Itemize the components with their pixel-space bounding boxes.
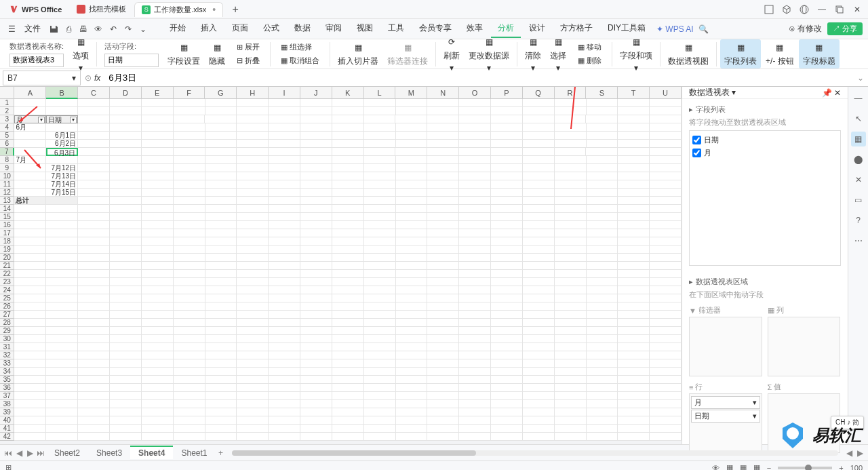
cell[interactable] — [142, 254, 174, 262]
cell[interactable] — [523, 172, 555, 180]
cell[interactable] — [174, 392, 205, 400]
cell[interactable] — [364, 425, 396, 433]
cell[interactable] — [332, 368, 364, 376]
cell[interactable] — [396, 302, 428, 311]
cell[interactable] — [332, 99, 364, 107]
cell[interactable] — [555, 189, 587, 197]
field-item[interactable]: 日期 — [692, 134, 837, 146]
horizontal-scrollbar[interactable] — [232, 450, 839, 456]
cell[interactable] — [205, 343, 237, 351]
area-header[interactable]: ▸ 数据透视表区域 — [689, 277, 841, 287]
cell[interactable] — [555, 123, 587, 132]
cell[interactable] — [174, 425, 205, 433]
cell[interactable] — [364, 294, 396, 302]
menu-tab-0[interactable]: 开始 — [163, 20, 193, 38]
cell[interactable] — [523, 343, 555, 351]
cell[interactable] — [555, 172, 587, 180]
col-header-A[interactable]: A — [14, 87, 46, 99]
cell[interactable] — [618, 205, 650, 213]
cell[interactable] — [78, 172, 110, 180]
cell[interactable] — [427, 376, 459, 384]
cell[interactable] — [46, 278, 78, 286]
scrollbar-thumb[interactable] — [232, 450, 476, 456]
cell[interactable] — [110, 270, 142, 278]
cell[interactable] — [459, 254, 491, 262]
cell[interactable] — [459, 205, 491, 213]
group-button[interactable]: ▦ 组选择 — [278, 41, 315, 53]
cell[interactable] — [142, 327, 174, 335]
changes-indicator[interactable]: ⊙ 有修改 — [789, 23, 822, 35]
clear-button[interactable]: ▦清除▾ — [521, 34, 545, 74]
cell[interactable] — [364, 400, 396, 408]
cell[interactable] — [364, 229, 396, 237]
cancel-fx-icon[interactable]: ⊙ — [85, 73, 92, 83]
cell[interactable] — [332, 148, 364, 156]
cell[interactable] — [78, 311, 110, 319]
cell[interactable] — [142, 302, 174, 311]
cell[interactable] — [78, 327, 110, 335]
cell[interactable] — [174, 132, 205, 140]
cell[interactable] — [555, 270, 587, 278]
cell[interactable] — [46, 408, 78, 416]
cell[interactable] — [650, 221, 682, 229]
cell[interactable] — [14, 107, 46, 115]
cell[interactable] — [555, 205, 587, 213]
zoom-value[interactable]: 100 — [850, 464, 863, 471]
cell[interactable] — [491, 425, 523, 433]
cell[interactable] — [650, 197, 682, 205]
cell[interactable] — [205, 392, 237, 400]
cell[interactable] — [555, 335, 587, 343]
cell[interactable] — [555, 392, 587, 400]
cell[interactable] — [332, 123, 364, 132]
cell[interactable] — [300, 425, 332, 433]
cell[interactable] — [269, 148, 300, 156]
cell[interactable] — [269, 229, 300, 237]
cell[interactable] — [491, 107, 523, 115]
cell[interactable] — [205, 359, 237, 368]
more-icon[interactable]: ⋯ — [851, 233, 866, 248]
cell[interactable] — [555, 99, 587, 107]
cell[interactable] — [396, 140, 428, 148]
cell[interactable] — [300, 99, 332, 107]
cell[interactable] — [78, 302, 110, 311]
cell[interactable] — [555, 246, 587, 254]
cell[interactable] — [78, 189, 110, 197]
cell[interactable] — [364, 180, 396, 189]
cell[interactable] — [300, 156, 332, 164]
cell[interactable] — [618, 115, 650, 123]
row-header[interactable]: 1 — [0, 99, 14, 107]
cell[interactable] — [587, 327, 618, 335]
col-header-H[interactable]: H — [237, 87, 269, 99]
cell[interactable] — [491, 311, 523, 319]
cell[interactable] — [110, 164, 142, 172]
row-header[interactable]: 36 — [0, 384, 14, 392]
cell[interactable] — [205, 156, 237, 164]
cell[interactable] — [142, 123, 174, 132]
cell[interactable] — [427, 359, 459, 368]
cell[interactable] — [650, 302, 682, 311]
cell[interactable] — [110, 115, 142, 123]
cell[interactable] — [459, 343, 491, 351]
cell[interactable] — [14, 213, 46, 221]
cell[interactable] — [174, 368, 205, 376]
cell[interactable] — [332, 132, 364, 140]
cell[interactable] — [587, 351, 618, 359]
cell[interactable] — [459, 237, 491, 246]
cell[interactable] — [396, 327, 428, 335]
cell[interactable] — [618, 302, 650, 311]
cell[interactable] — [14, 416, 46, 425]
menu-tab-6[interactable]: 视图 — [350, 20, 380, 38]
cell[interactable] — [205, 197, 237, 205]
cell[interactable] — [142, 115, 174, 123]
cell[interactable] — [46, 425, 78, 433]
cell[interactable] — [427, 164, 459, 172]
cell[interactable] — [523, 327, 555, 335]
cell[interactable] — [142, 384, 174, 392]
cell[interactable] — [174, 254, 205, 262]
cell[interactable] — [237, 132, 269, 140]
cell[interactable] — [174, 189, 205, 197]
cell[interactable] — [396, 246, 428, 254]
cell[interactable] — [332, 294, 364, 302]
field-item[interactable]: 月 — [692, 146, 837, 159]
cell[interactable] — [396, 205, 428, 213]
